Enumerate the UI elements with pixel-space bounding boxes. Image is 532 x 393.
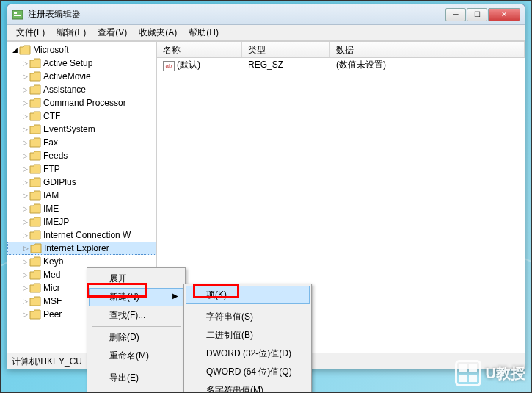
tree-item-label: GDIPlus xyxy=(43,177,76,187)
tree-item[interactable]: ▷IME xyxy=(7,202,156,215)
menu-edit[interactable]: 编辑(E) xyxy=(51,25,92,40)
expand-icon[interactable]: ▷ xyxy=(21,271,29,278)
menu-new-binary[interactable]: 二进制值(B) xyxy=(186,326,310,345)
expand-icon[interactable]: ▷ xyxy=(21,165,29,173)
expand-icon[interactable]: ▷ xyxy=(21,284,29,292)
tree-item[interactable]: ▷Keyb xyxy=(7,255,156,268)
col-data[interactable]: 数据 xyxy=(330,42,525,57)
svg-rect-1 xyxy=(14,12,17,14)
menu-new-key[interactable]: 项(K) xyxy=(186,286,310,304)
watermark: U教授 xyxy=(455,360,525,386)
expand-icon[interactable]: ▷ xyxy=(21,205,29,212)
cell-data: (数值未设置) xyxy=(330,59,392,71)
expand-icon[interactable]: ▷ xyxy=(21,73,29,80)
cell-name: (默认) xyxy=(177,60,200,70)
tree-item[interactable]: ▷IAM xyxy=(7,189,156,202)
menu-separator xyxy=(92,326,181,327)
collapse-icon[interactable]: ◢ xyxy=(10,46,19,54)
cell-type: REG_SZ xyxy=(242,60,330,70)
expand-icon[interactable]: ▷ xyxy=(21,245,30,252)
list-header: 名称 类型 数据 xyxy=(157,42,525,58)
tree-item-label: Active Setup xyxy=(43,58,92,68)
tree-item-label: Fax xyxy=(43,137,58,148)
menu-delete[interactable]: 删除(D) xyxy=(89,328,183,347)
tree-item-label: Micr xyxy=(43,283,60,293)
folder-icon xyxy=(19,45,31,55)
tree-item[interactable]: ▷Active Setup xyxy=(7,57,156,70)
tree-item-label: Internet Connection W xyxy=(43,230,131,240)
menu-permissions[interactable]: 权限(P)... xyxy=(89,387,183,393)
app-icon xyxy=(12,9,23,21)
menu-file[interactable]: 文件(F) xyxy=(10,25,51,40)
expand-icon[interactable]: ▷ xyxy=(21,311,29,318)
watermark-text: U教授 xyxy=(486,364,525,383)
tree-item-label: Keyb xyxy=(43,256,63,267)
menu-new-multi-string[interactable]: 多字符串值(M) xyxy=(186,381,310,393)
window-title: 注册表编辑器 xyxy=(28,8,445,21)
expand-icon[interactable]: ▷ xyxy=(21,298,29,305)
menu-favorites[interactable]: 收藏夹(A) xyxy=(133,25,183,40)
tree-item-label: Med xyxy=(43,270,60,280)
tree-item-label: IMEJP xyxy=(43,217,69,227)
menu-export[interactable]: 导出(E) xyxy=(89,369,183,387)
expand-icon[interactable]: ▷ xyxy=(21,86,29,93)
expand-icon[interactable]: ▷ xyxy=(21,139,29,146)
tree-item[interactable]: ▷Assistance xyxy=(7,83,156,96)
expand-icon[interactable]: ▷ xyxy=(21,218,29,226)
tree-root-label: Microsoft xyxy=(33,45,69,55)
col-name[interactable]: 名称 xyxy=(157,42,242,57)
expand-icon[interactable]: ▷ xyxy=(21,179,29,186)
tree-item[interactable]: ▷FTP xyxy=(7,162,156,176)
menu-separator xyxy=(92,367,181,367)
menu-view[interactable]: 查看(V) xyxy=(92,25,133,40)
expand-icon[interactable]: ▷ xyxy=(21,152,29,159)
tree-item-label: Command Processor xyxy=(43,98,126,108)
menu-bar: 文件(F) 编辑(E) 查看(V) 收藏夹(A) 帮助(H) xyxy=(7,25,525,41)
context-menu-main: 展开 新建(N) ▶ 查找(F)... 删除(D) 重命名(M) 导出(E) 权… xyxy=(87,267,186,393)
tree-item-label: CTF xyxy=(43,111,60,121)
tree-item-label: ActiveMovie xyxy=(43,71,91,82)
expand-icon[interactable]: ▷ xyxy=(21,99,29,107)
menu-help[interactable]: 帮助(H) xyxy=(183,25,225,40)
tree-item-label: IME xyxy=(43,203,59,214)
maximize-button[interactable]: ☐ xyxy=(467,8,487,21)
tree-item-label: Internet Explorer xyxy=(44,243,109,253)
menu-find[interactable]: 查找(F)... xyxy=(89,306,183,325)
tree-item[interactable]: ▷Internet Explorer xyxy=(7,242,156,255)
tree-root[interactable]: ◢ Microsoft xyxy=(7,43,156,57)
tree-item-label: FTP xyxy=(43,164,60,174)
list-row[interactable]: ab(默认) REG_SZ (数值未设置) xyxy=(157,58,525,71)
context-menu-new: 项(K) 字符串值(S) 二进制值(B) DWORD (32-位)值(D) QW… xyxy=(183,284,312,393)
tree-item[interactable]: ▷Internet Connection W xyxy=(7,228,156,242)
title-bar[interactable]: 注册表编辑器 ─ ☐ ✕ xyxy=(7,4,525,25)
tree-item-label: EventSystem xyxy=(43,124,95,134)
minimize-button[interactable]: ─ xyxy=(445,8,466,21)
expand-icon[interactable]: ▷ xyxy=(21,192,29,199)
tree-item[interactable]: ▷GDIPlus xyxy=(7,176,156,189)
col-type[interactable]: 类型 xyxy=(242,42,330,57)
watermark-logo-icon xyxy=(455,360,481,386)
menu-rename[interactable]: 重命名(M) xyxy=(89,347,183,365)
expand-icon[interactable]: ▷ xyxy=(21,60,29,67)
expand-icon[interactable]: ▷ xyxy=(21,258,29,265)
expand-icon[interactable]: ▷ xyxy=(21,231,29,239)
tree-item[interactable]: ▷Feeds xyxy=(7,149,156,162)
menu-new[interactable]: 新建(N) ▶ xyxy=(89,288,183,306)
menu-expand[interactable]: 展开 xyxy=(89,270,183,288)
tree-item[interactable]: ▷ActiveMovie xyxy=(7,70,156,83)
submenu-arrow-icon: ▶ xyxy=(172,292,178,300)
tree-item[interactable]: ▷Fax xyxy=(7,136,156,149)
string-value-icon: ab xyxy=(163,61,175,71)
menu-new-qword[interactable]: QWORD (64 位)值(Q) xyxy=(186,363,310,381)
expand-icon[interactable]: ▷ xyxy=(21,112,29,120)
menu-new-string[interactable]: 字符串值(S) xyxy=(186,308,310,326)
tree-item[interactable]: ▷EventSystem xyxy=(7,123,156,136)
menu-new-dword[interactable]: DWORD (32-位)值(D) xyxy=(186,345,310,363)
tree-item-label: Peer xyxy=(43,309,62,320)
close-button[interactable]: ✕ xyxy=(488,8,520,21)
tree-item-label: MSF xyxy=(43,296,62,306)
expand-icon[interactable]: ▷ xyxy=(21,126,29,133)
tree-item[interactable]: ▷IMEJP xyxy=(7,215,156,228)
tree-item[interactable]: ▷CTF xyxy=(7,109,156,123)
tree-item[interactable]: ▷Command Processor xyxy=(7,96,156,109)
